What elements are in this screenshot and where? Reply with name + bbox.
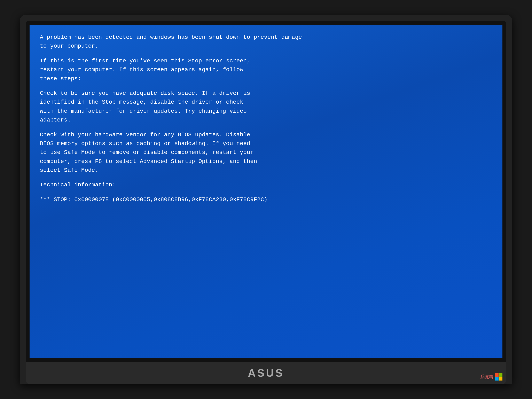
screen-bezel: A problem has been detected and windows … [26, 21, 506, 362]
windows-logo-icon [495, 373, 502, 380]
bsod-text-1: A problem has been detected and windows … [40, 34, 302, 49]
bsod-paragraph-4: Check with your hardware vendor for any … [40, 130, 492, 175]
bsod-stop-code: *** STOP: 0x0000007E (0xC0000005,0x808C8… [40, 196, 267, 203]
bsod-text-2: If this is the first time you've seen th… [40, 58, 250, 82]
windows-logo-q3 [495, 377, 499, 381]
windows-logo-q4 [499, 377, 503, 381]
laptop-frame: A problem has been detected and windows … [20, 15, 512, 384]
bsod-paragraph-1: A problem has been detected and windows … [40, 33, 492, 51]
watermark-text: 系统粉 [480, 374, 494, 380]
bsod-paragraph-6: *** STOP: 0x0000007E (0xC0000005,0x808C8… [40, 195, 492, 204]
laptop-bottom-bar: ASUS 系统粉 [26, 362, 506, 384]
bsod-text-5: Technical information: [40, 182, 116, 188]
asus-brand-logo: ASUS [248, 367, 284, 379]
bsod-paragraph-2: If this is the first time you've seen th… [40, 57, 492, 83]
bsod-text-3: Check to be sure you have adequate disk … [40, 90, 250, 123]
bsod-screen: A problem has been detected and windows … [30, 25, 502, 358]
windows-logo-q1 [495, 373, 499, 377]
bsod-paragraph-3: Check to be sure you have adequate disk … [40, 89, 492, 125]
windows-logo-q2 [499, 373, 503, 377]
bsod-text-4: Check with your hardware vendor for any … [40, 132, 257, 174]
watermark-overlay: 系统粉 [480, 373, 502, 380]
bsod-paragraph-5: Technical information: [40, 180, 492, 189]
